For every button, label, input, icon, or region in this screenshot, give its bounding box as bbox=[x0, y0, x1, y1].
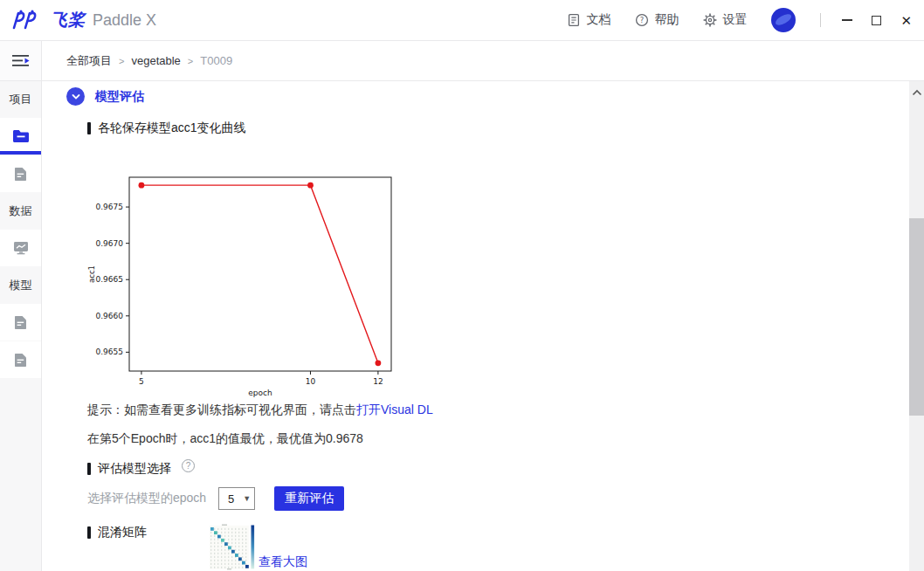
sidebar-item-project-files[interactable] bbox=[0, 118, 41, 155]
monitor-chart-icon bbox=[13, 241, 29, 255]
breadcrumb-separator: > bbox=[188, 56, 193, 66]
view-large-image-link[interactable]: 查看大图 bbox=[259, 554, 307, 570]
confusion-matrix-thumbnail[interactable] bbox=[210, 524, 255, 570]
svg-text:0.9665: 0.9665 bbox=[96, 275, 124, 284]
acc1-chart-figure: 0.96550.96600.96650.96700.967551012epoch… bbox=[86, 170, 422, 402]
docs-label: 文档 bbox=[586, 12, 610, 28]
gear-icon bbox=[703, 13, 717, 27]
logo-text-en: Paddle X bbox=[93, 11, 156, 30]
breadcrumb-separator: > bbox=[119, 56, 124, 66]
user-avatar[interactable] bbox=[771, 8, 796, 32]
svg-text:10: 10 bbox=[306, 377, 316, 386]
best-epoch-summary: 在第5个Epoch时，acc1的值最优，最优值为0.9678 bbox=[87, 431, 363, 447]
topbar-toolbar: 文档 ? 帮助 设置 bbox=[567, 8, 912, 32]
svg-text:0.9670: 0.9670 bbox=[96, 239, 124, 248]
sidebar-item-model-doc-2[interactable] bbox=[0, 341, 41, 378]
folder-icon bbox=[12, 129, 30, 143]
section-title: 模型评估 bbox=[95, 89, 144, 105]
chart-section-title: 各轮保存模型acc1变化曲线 bbox=[87, 120, 246, 136]
re-evaluate-button[interactable]: 重新评估 bbox=[274, 486, 344, 511]
sidebar-item-model-doc-1[interactable] bbox=[0, 304, 41, 341]
settings-label: 设置 bbox=[722, 12, 747, 28]
file-icon bbox=[14, 167, 27, 182]
title-bar: 飞桨 Paddle X 文档 ? 帮助 bbox=[0, 0, 924, 41]
epoch-select-label: 选择评估模型的epoch bbox=[87, 491, 206, 506]
svg-text:12: 12 bbox=[373, 377, 383, 386]
eval-title-text: 评估模型选择 bbox=[98, 461, 171, 477]
paddle-monogram-icon bbox=[10, 10, 45, 31]
menu-collapse-icon bbox=[12, 54, 30, 68]
eval-model-section-title: 评估模型选择 ? bbox=[87, 461, 195, 477]
file-icon bbox=[14, 353, 27, 368]
title-bar-marker bbox=[87, 122, 91, 134]
minimize-icon[interactable] bbox=[842, 19, 852, 21]
scrollbar-thumb[interactable] bbox=[909, 218, 924, 416]
acc1-line-chart: 0.96550.96600.96650.96700.967551012epoch… bbox=[86, 170, 422, 399]
paddlex-logo: 飞桨 Paddle X bbox=[10, 9, 156, 31]
sidebar-collapse-toggle[interactable] bbox=[0, 41, 41, 81]
help-menu-item[interactable]: ? 帮助 bbox=[635, 12, 679, 28]
file-icon bbox=[14, 315, 27, 330]
help-label: 帮助 bbox=[654, 12, 679, 28]
logo-text-cn: 飞桨 bbox=[51, 9, 86, 31]
breadcrumb-all-projects[interactable]: 全部项目 bbox=[66, 53, 112, 69]
vertical-scrollbar[interactable] bbox=[909, 81, 924, 571]
title-bar-marker bbox=[87, 526, 91, 539]
help-tooltip-icon[interactable]: ? bbox=[182, 459, 195, 472]
sidebar: 项目 数据 模型 bbox=[0, 41, 42, 571]
sidebar-group-projects: 项目 bbox=[0, 81, 41, 118]
scroll-up-arrow-icon[interactable] bbox=[909, 86, 924, 99]
svg-text:0.9675: 0.9675 bbox=[96, 203, 124, 211]
svg-text:?: ? bbox=[640, 16, 645, 24]
evaluation-panel: 模型评估 各轮保存模型acc1变化曲线 0.96550.96600.96650.… bbox=[42, 81, 909, 570]
chevron-down-icon bbox=[71, 92, 81, 102]
tip-text: 提示：如需查看更多训练指标可视化界面，请点击 bbox=[87, 402, 356, 416]
help-icon: ? bbox=[635, 13, 649, 27]
svg-text:5: 5 bbox=[139, 377, 144, 386]
sidebar-group-data: 数据 bbox=[0, 193, 41, 230]
window-controls: ✕ bbox=[842, 14, 912, 27]
svg-text:epoch: epoch bbox=[248, 389, 272, 397]
collapse-section-button[interactable] bbox=[66, 87, 85, 106]
epoch-select-row: 选择评估模型的epoch 5 ▼ 重新评估 bbox=[87, 486, 344, 511]
maximize-icon[interactable] bbox=[872, 16, 881, 25]
svg-text:0.9660: 0.9660 bbox=[96, 312, 124, 320]
svg-text:acc1: acc1 bbox=[87, 265, 96, 283]
settings-menu-item[interactable]: 设置 bbox=[703, 12, 747, 28]
open-visualdl-link[interactable]: 打开Visual DL bbox=[356, 402, 433, 416]
sidebar-group-models: 模型 bbox=[0, 267, 41, 304]
breadcrumb-project[interactable]: vegetable bbox=[131, 54, 180, 67]
svg-text:0.9655: 0.9655 bbox=[96, 347, 124, 356]
chart-title-text: 各轮保存模型acc1变化曲线 bbox=[98, 120, 246, 136]
toolbar-divider bbox=[820, 13, 821, 27]
model-evaluation-header: 模型评估 bbox=[66, 87, 144, 106]
matrix-title-text: 混淆矩阵 bbox=[98, 525, 147, 540]
main-area: 全部项目 > vegetable > T0009 模型评估 各轮保存模 bbox=[42, 41, 924, 571]
title-bar-marker bbox=[87, 463, 91, 475]
document-icon bbox=[567, 13, 581, 27]
breadcrumb: 全部项目 > vegetable > T0009 bbox=[42, 41, 924, 81]
epoch-select[interactable]: 5 ▼ bbox=[218, 487, 255, 510]
breadcrumb-task: T0009 bbox=[200, 54, 232, 67]
docs-menu-item[interactable]: 文档 bbox=[567, 12, 610, 28]
chevron-down-icon: ▼ bbox=[243, 494, 251, 503]
epoch-selected-value: 5 bbox=[219, 492, 243, 506]
confusion-matrix-section-title: 混淆矩阵 bbox=[87, 525, 147, 540]
sidebar-item-project-doc[interactable] bbox=[0, 155, 41, 192]
sidebar-item-data-monitor[interactable] bbox=[0, 230, 41, 266]
visualdl-tip: 提示：如需查看更多训练指标可视化界面，请点击打开Visual DL bbox=[87, 402, 433, 418]
close-icon[interactable]: ✕ bbox=[900, 14, 912, 27]
